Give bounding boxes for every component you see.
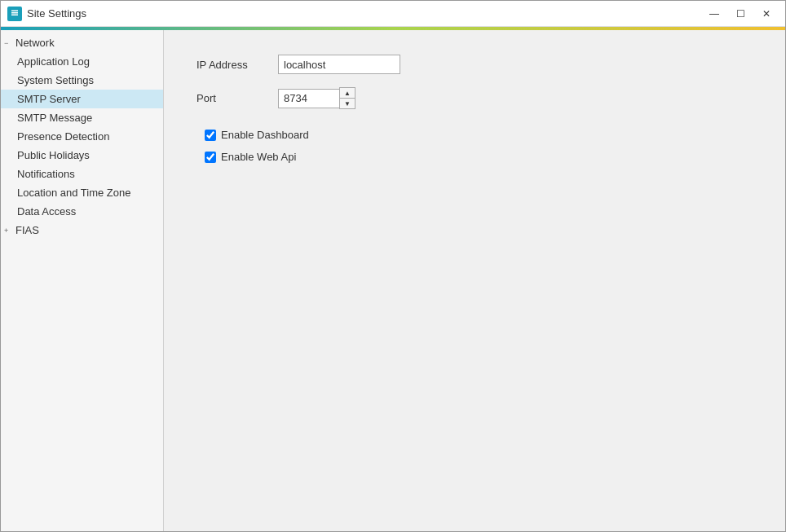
sidebar-item-application-log-label: Application Log — [17, 55, 90, 68]
spin-buttons: ▲ ▼ — [339, 87, 355, 109]
maximize-button[interactable]: ☐ — [728, 5, 753, 23]
sidebar-item-presence-detection[interactable]: Presence Detection — [1, 127, 163, 146]
sidebar-item-location-timezone-label: Location and Time Zone — [17, 187, 130, 199]
enable-web-api-row: Enable Web Api — [205, 151, 753, 163]
sidebar: − Network Application Log System Setting… — [1, 30, 164, 531]
spin-down-button[interactable]: ▼ — [340, 99, 355, 108]
app-icon — [7, 7, 22, 21]
sidebar-item-data-access-label: Data Access — [17, 205, 76, 218]
sidebar-item-smtp-server-label: SMTP Server — [17, 93, 81, 105]
ip-address-label: IP Address — [196, 59, 278, 71]
sidebar-item-data-access[interactable]: Data Access — [1, 202, 163, 221]
port-row: Port ▲ ▼ — [196, 87, 753, 109]
sidebar-item-notifications[interactable]: Notifications — [1, 165, 163, 183]
sidebar-item-network-label: Network — [15, 37, 55, 49]
port-label: Port — [196, 92, 278, 104]
svg-rect-1 — [11, 12, 18, 14]
content-area: IP Address Port ▲ ▼ E — [164, 30, 785, 531]
enable-dashboard-label[interactable]: Enable Dashboard — [221, 129, 309, 141]
sidebar-item-smtp-message[interactable]: SMTP Message — [1, 108, 163, 127]
expand-icon: − — [4, 39, 12, 47]
sidebar-item-fias-label: FIAS — [15, 224, 39, 236]
spin-up-button[interactable]: ▲ — [340, 88, 355, 98]
sidebar-item-system-settings-label: System Settings — [17, 74, 94, 86]
main-content: − Network Application Log System Setting… — [1, 30, 785, 531]
title-bar-left: Site Settings — [7, 7, 86, 21]
checkboxes-section: Enable Dashboard Enable Web Api — [196, 129, 753, 163]
close-button[interactable]: ✕ — [754, 5, 779, 23]
sidebar-item-smtp-server[interactable]: SMTP Server — [1, 90, 163, 108]
sidebar-item-network[interactable]: − Network — [1, 33, 163, 52]
enable-web-api-label[interactable]: Enable Web Api — [221, 151, 296, 163]
port-input[interactable] — [278, 89, 339, 108]
sidebar-item-public-holidays[interactable]: Public Holidays — [1, 146, 163, 165]
sidebar-item-location-timezone[interactable]: Location and Time Zone — [1, 183, 163, 202]
expand-icon-fias: + — [4, 226, 12, 235]
minimize-button[interactable]: — — [702, 5, 726, 23]
enable-dashboard-row: Enable Dashboard — [205, 129, 753, 141]
sidebar-item-application-log[interactable]: Application Log — [1, 52, 163, 71]
window-controls: — ☐ ✕ — [702, 5, 779, 23]
sidebar-item-public-holidays-label: Public Holidays — [17, 149, 90, 161]
sidebar-item-system-settings[interactable]: System Settings — [1, 71, 163, 90]
enable-dashboard-checkbox[interactable] — [205, 130, 216, 141]
sidebar-item-fias[interactable]: + FIAS — [1, 221, 163, 240]
title-bar: Site Settings — ☐ ✕ — [1, 1, 785, 27]
ip-address-input[interactable] — [278, 55, 400, 74]
window-title: Site Settings — [27, 7, 86, 20]
enable-web-api-checkbox[interactable] — [205, 152, 216, 163]
sidebar-item-smtp-message-label: SMTP Message — [17, 112, 92, 124]
svg-rect-3 — [11, 10, 18, 11]
main-window: Site Settings — ☐ ✕ − Network Applicatio… — [0, 0, 786, 532]
svg-rect-2 — [11, 14, 18, 15]
sidebar-item-presence-detection-label: Presence Detection — [17, 130, 109, 143]
port-spinbox: ▲ ▼ — [278, 87, 355, 109]
ip-address-row: IP Address — [196, 55, 753, 74]
sidebar-item-notifications-label: Notifications — [17, 168, 75, 180]
